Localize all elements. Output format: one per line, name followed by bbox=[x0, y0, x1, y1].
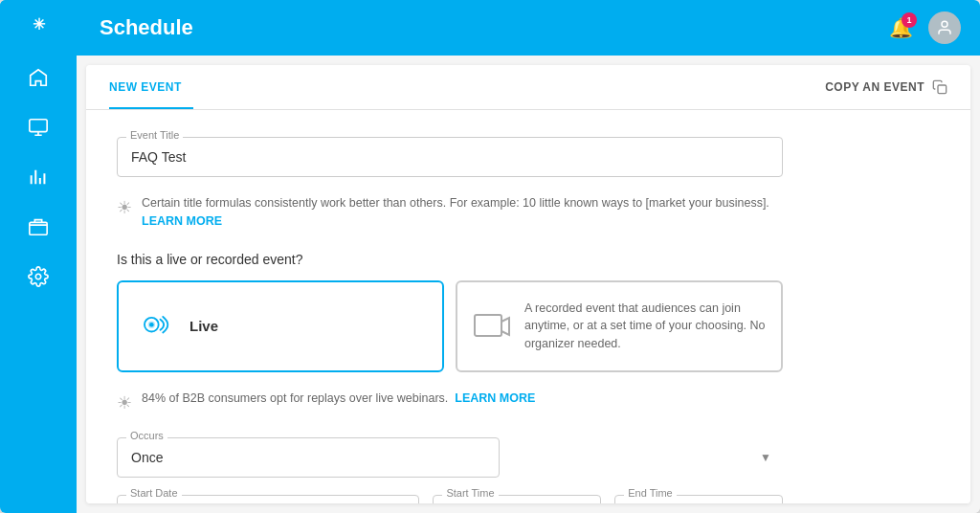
copy-event-label: COPY AN EVENT bbox=[825, 80, 924, 94]
event-type-question: Is this a live or recorded event? bbox=[117, 252, 783, 267]
select-arrow-icon: ▼ bbox=[760, 451, 771, 464]
event-type-cards: Live A recorded event that audiences can… bbox=[117, 280, 783, 372]
end-time-label: End Time bbox=[624, 487, 676, 499]
event-title-label: Event Title bbox=[126, 129, 183, 141]
sidebar-logo: ✳ bbox=[0, 0, 77, 45]
copy-icon bbox=[932, 79, 947, 95]
lightbulb-icon-2: ☀ bbox=[117, 390, 132, 416]
sidebar-item-home[interactable] bbox=[0, 53, 77, 102]
title-hint-text: Certain title formulas consistently work… bbox=[142, 194, 783, 231]
sidebar-item-monitor[interactable] bbox=[0, 102, 77, 152]
sidebar-nav bbox=[0, 53, 77, 301]
datetime-row: Start Date bbox=[117, 495, 783, 503]
monitor-icon bbox=[28, 117, 49, 138]
recorded-event-card[interactable]: A recorded event that audiences can join… bbox=[456, 280, 783, 372]
brand-logo: ✳ bbox=[33, 15, 45, 33]
event-title-group: Event Title bbox=[117, 137, 783, 177]
sidebar: ✳ bbox=[0, 0, 77, 513]
svg-rect-14 bbox=[475, 315, 501, 336]
start-time-group: Start Time bbox=[433, 495, 601, 503]
page-area: NEW EVENT COPY AN EVENT Event Title bbox=[86, 65, 970, 503]
form-content: Event Title ☀ Certain title formulas con… bbox=[86, 110, 813, 503]
live-icon bbox=[134, 307, 176, 346]
svg-rect-10 bbox=[938, 85, 947, 94]
svg-rect-0 bbox=[30, 120, 47, 132]
recorded-card-desc: A recorded event that audiences can join… bbox=[524, 300, 766, 353]
svg-point-8 bbox=[35, 274, 41, 279]
replay-hint-row: ☀ 84% of B2B consumers opt for replays o… bbox=[117, 390, 783, 416]
sidebar-item-analytics[interactable] bbox=[0, 152, 77, 202]
start-date-form-group: Start Date bbox=[117, 495, 419, 503]
end-time-form-group: End Time bbox=[614, 495, 783, 503]
learn-more-link-title[interactable]: LEARN MORE bbox=[142, 214, 222, 228]
start-time-label: Start Time bbox=[442, 487, 498, 499]
occurs-select[interactable]: Once Daily Weekly Monthly bbox=[117, 437, 500, 478]
notification-button[interactable]: 🔔 1 bbox=[889, 16, 913, 39]
recorded-icon bbox=[473, 309, 511, 344]
svg-point-9 bbox=[942, 21, 947, 27]
user-avatar[interactable] bbox=[928, 11, 961, 44]
live-event-icon-wrap bbox=[134, 305, 176, 347]
sidebar-item-settings[interactable] bbox=[0, 252, 77, 301]
event-title-input[interactable] bbox=[117, 137, 783, 177]
occurs-group: Occurs Once Daily Weekly Monthly ▼ bbox=[117, 437, 783, 478]
tab-bar: NEW EVENT COPY AN EVENT bbox=[86, 65, 970, 110]
end-time-group: End Time bbox=[614, 495, 783, 503]
topbar-icons: 🔔 1 bbox=[889, 11, 961, 44]
replay-hint-text: 84% of B2B consumers opt for replays ove… bbox=[142, 390, 535, 408]
chart-icon bbox=[28, 167, 49, 188]
page-title: Schedule bbox=[100, 15, 889, 40]
tab-new-event[interactable]: NEW EVENT bbox=[109, 65, 193, 109]
live-event-card[interactable]: Live bbox=[117, 280, 444, 372]
home-icon bbox=[28, 67, 49, 88]
topbar: Schedule 🔔 1 bbox=[77, 0, 980, 56]
start-date-label: Start Date bbox=[126, 487, 182, 499]
lightbulb-icon: ☀ bbox=[117, 195, 132, 221]
live-card-label: Live bbox=[189, 318, 218, 334]
occurs-label: Occurs bbox=[126, 430, 167, 441]
main-content: Schedule 🔔 1 NEW EVENT C bbox=[77, 0, 980, 513]
svg-point-13 bbox=[149, 323, 154, 327]
learn-more-link-replay[interactable]: LEARN MORE bbox=[455, 391, 535, 405]
recorded-event-icon-wrap bbox=[473, 305, 511, 347]
start-time-form-group: Start Time bbox=[433, 495, 601, 503]
copy-event-button[interactable]: COPY AN EVENT bbox=[825, 65, 947, 109]
box-icon bbox=[28, 216, 49, 237]
settings-icon bbox=[28, 266, 49, 287]
logo-icon: ✳ bbox=[33, 15, 45, 33]
title-hint-row: ☀ Certain title formulas consistently wo… bbox=[117, 194, 783, 231]
occurs-select-wrapper: Once Daily Weekly Monthly ▼ bbox=[117, 437, 783, 478]
start-date-group: Start Date bbox=[117, 495, 419, 503]
notification-badge: 1 bbox=[902, 12, 917, 28]
sidebar-item-content[interactable] bbox=[0, 202, 77, 252]
